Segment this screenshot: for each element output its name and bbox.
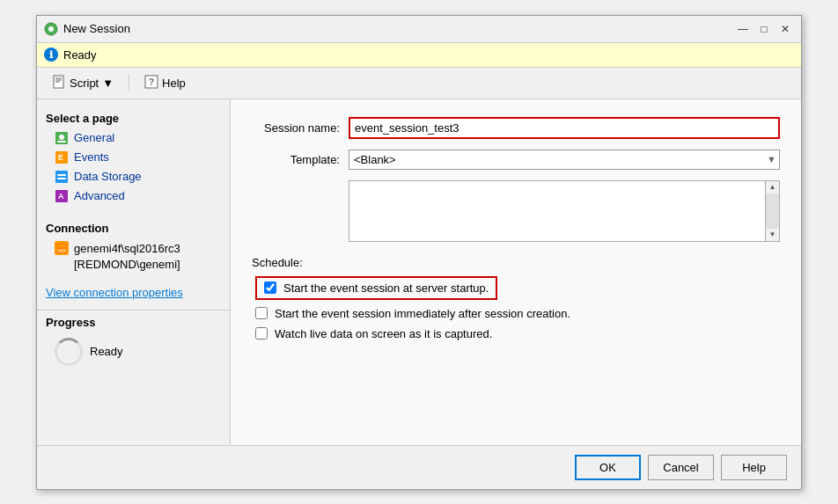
- toolbar-separator: [129, 74, 129, 91]
- progress-title: Progress: [46, 316, 221, 329]
- schedule-title: Schedule:: [252, 256, 780, 269]
- view-connection-link[interactable]: View connection properties: [37, 279, 230, 306]
- sidebar-label-general: General: [74, 131, 114, 144]
- svg-rect-10: [57, 141, 66, 142]
- sidebar-item-general[interactable]: General: [37, 128, 230, 148]
- dialog-icon: [44, 22, 58, 36]
- immediate-checkbox[interactable]: [255, 307, 268, 319]
- watch-live-checkbox[interactable]: [255, 327, 268, 340]
- template-select[interactable]: <Blank> Default Trace Equivalent Query D…: [349, 150, 780, 170]
- help-toolbar-icon: ?: [144, 75, 158, 91]
- content-area: Select a page General E: [37, 99, 801, 445]
- startup-checkbox[interactable]: [264, 281, 276, 294]
- close-button[interactable]: ✕: [776, 21, 794, 37]
- sidebar-label-data-storage: Data Storage: [74, 170, 142, 183]
- minimize-button[interactable]: —: [734, 21, 752, 37]
- checkbox3-row: Watch live data on screen as it is captu…: [252, 327, 780, 340]
- connection-server: genemi4f\sql2016rc3: [74, 241, 180, 257]
- help-toolbar-label: Help: [162, 77, 186, 90]
- svg-rect-13: [55, 171, 68, 183]
- checkbox1-container[interactable]: Start the event session at server startu…: [255, 276, 497, 300]
- scroll-track: [766, 194, 779, 229]
- svg-point-1: [48, 26, 54, 32]
- cancel-button[interactable]: Cancel: [648, 455, 714, 480]
- svg-point-9: [59, 135, 64, 140]
- template-label: Template:: [252, 153, 349, 166]
- title-bar: New Session — □ ✕: [37, 16, 801, 43]
- connection-item: genemi4f\sql2016rc3 [REDMOND\genemi]: [46, 238, 221, 275]
- scroll-down-button[interactable]: ▼: [767, 229, 779, 241]
- session-name-row: Session name:: [252, 117, 780, 139]
- template-scrollbar: ▲ ▼: [766, 180, 780, 242]
- toolbar: Script ▼ ? Help: [37, 68, 801, 99]
- help-button[interactable]: Help: [721, 455, 787, 480]
- svg-text:E: E: [58, 153, 63, 162]
- session-name-label: Session name:: [252, 121, 349, 135]
- svg-text:?: ?: [149, 77, 154, 87]
- maximize-button[interactable]: □: [755, 21, 773, 37]
- dialog-title: New Session: [63, 22, 130, 35]
- progress-section: Progress Ready: [37, 310, 230, 373]
- select-page-title: Select a page: [37, 106, 230, 128]
- svg-text:A: A: [58, 192, 64, 201]
- svg-rect-15: [57, 178, 66, 179]
- template-description-textarea[interactable]: [349, 180, 766, 242]
- script-button[interactable]: Script ▼: [44, 71, 121, 95]
- main-panel: Session name: Template: <Blank> Default …: [231, 99, 801, 445]
- script-dropdown-icon: ▼: [102, 77, 114, 90]
- schedule-section: Schedule: Start the event session at ser…: [252, 256, 780, 340]
- script-label: Script: [70, 77, 99, 90]
- sidebar: Select a page General E: [37, 99, 231, 445]
- checkbox3-label: Watch live data on screen as it is captu…: [275, 327, 492, 340]
- connection-user: [REDMOND\genemi]: [74, 257, 180, 273]
- new-session-dialog: New Session — □ ✕ ℹ Ready Script ▼: [36, 15, 802, 490]
- status-bar: ℹ Ready: [37, 43, 801, 68]
- progress-spinner: [55, 338, 83, 366]
- template-description-row: ▲ ▼: [252, 180, 780, 242]
- help-toolbar-button[interactable]: ? Help: [136, 71, 194, 95]
- status-icon: ℹ: [44, 47, 58, 62]
- connection-title: Connection: [46, 222, 221, 235]
- bottom-bar: OK Cancel Help: [37, 445, 801, 489]
- sidebar-item-advanced[interactable]: A Advanced: [37, 186, 230, 206]
- script-icon: [52, 75, 66, 91]
- template-row: Template: <Blank> Default Trace Equivale…: [252, 150, 780, 170]
- sidebar-label-advanced: Advanced: [74, 189, 125, 202]
- svg-point-20: [56, 248, 67, 252]
- status-text: Ready: [63, 48, 97, 62]
- connection-section: Connection genemi4f\sql2016rc3 [REDMOND\…: [37, 216, 230, 279]
- sidebar-item-events[interactable]: E Events: [37, 148, 230, 167]
- ok-button[interactable]: OK: [575, 455, 641, 480]
- progress-status: Ready: [90, 345, 123, 358]
- svg-rect-14: [57, 174, 66, 176]
- checkbox2-label: Start the event session immediately afte…: [275, 307, 570, 320]
- scroll-up-button[interactable]: ▲: [767, 181, 779, 194]
- sidebar-item-data-storage[interactable]: Data Storage: [37, 167, 230, 186]
- sidebar-label-events: Events: [74, 150, 109, 164]
- connection-db-icon: [55, 241, 69, 255]
- session-name-input[interactable]: [349, 117, 780, 139]
- checkbox2-row: Start the event session immediately afte…: [252, 307, 780, 320]
- checkbox1-label: Start the event session at server startu…: [283, 281, 489, 295]
